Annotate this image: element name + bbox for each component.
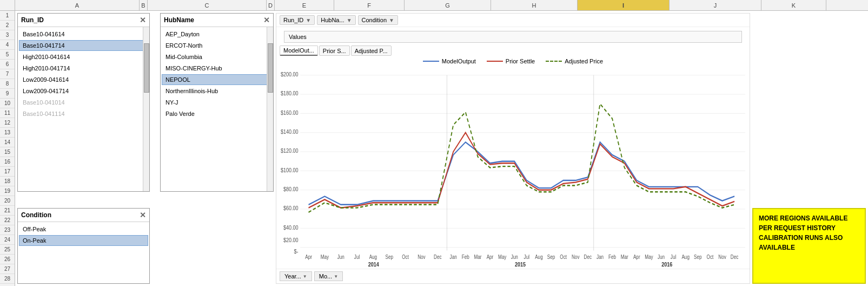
svg-text:Jul: Jul (354, 253, 360, 260)
year-dropdown[interactable]: Year... ▼ (280, 271, 312, 281)
list-item[interactable]: NY-J (162, 97, 272, 108)
legend-prior-settle-label: Prior Settle (506, 58, 535, 64)
svg-text:$120.00: $120.00 (281, 147, 299, 154)
svg-text:Aug: Aug (535, 253, 542, 260)
run-id-chip[interactable]: Run_ID ▼ (280, 15, 315, 25)
row-num-13: 13 (0, 128, 15, 138)
month-dropdown-label: Mo... (319, 273, 332, 280)
year-dropdown-label: Year... (284, 273, 301, 280)
list-item[interactable]: NEPOOL (162, 74, 272, 85)
legend-adjusted-price-label: Adjusted Price (565, 58, 603, 64)
hubname-title: HubName (164, 16, 194, 24)
svg-text:Dec: Dec (731, 253, 739, 260)
hubname-scrollbar[interactable] (267, 27, 273, 191)
svg-text:May: May (498, 253, 507, 260)
run-id-header: Run_ID ✕ (18, 14, 149, 27)
list-item[interactable]: ERCOT-North (162, 40, 272, 51)
svg-text:Nov: Nov (718, 253, 726, 260)
row-num-14: 14 (0, 138, 15, 147)
list-item[interactable]: On-Peak (19, 235, 148, 246)
condition-close-icon[interactable]: ✕ (140, 211, 146, 219)
values-bar-row: Values (276, 27, 750, 46)
svg-text:2016: 2016 (661, 261, 672, 266)
tab-prior-settle[interactable]: Prior S... (319, 46, 350, 56)
svg-text:May: May (645, 253, 653, 260)
hubname-close-icon[interactable]: ✕ (263, 16, 270, 24)
hubname-chip[interactable]: HubNa... ▼ (317, 15, 355, 25)
list-item[interactable]: NorthernIllinois-Hub (162, 86, 272, 96)
center-column: Run_ID ▼ HubNa... ▼ Condition ▼ (276, 13, 750, 284)
notice-text: MORE REGIONS AVAILABLE PER REQUEST HISTO… (759, 214, 847, 251)
corner-cell (0, 0, 15, 10)
svg-text:$40.00: $40.00 (283, 224, 299, 231)
svg-text:$100.00: $100.00 (281, 167, 299, 173)
row-num-4: 4 (0, 40, 15, 50)
chart-filter-row: Run_ID ▼ HubNa... ▼ Condition ▼ (276, 14, 750, 27)
row-num-28: 28 (0, 274, 15, 284)
svg-text:Oct: Oct (560, 253, 567, 260)
svg-text:May: May (321, 253, 329, 260)
col-header-F: F (334, 0, 405, 10)
tab-prior-settle-label: Prior S... (323, 48, 346, 54)
col-header-B: B (140, 0, 148, 10)
list-item[interactable]: Base10-041114 (19, 108, 148, 119)
row-num-8: 8 (0, 79, 15, 89)
chart-svg: $200.00 $180.00 $160.00 $140.00 $120.00 … (281, 69, 745, 266)
col-header-A: A (15, 0, 140, 10)
row-num-26: 26 (0, 255, 15, 264)
list-item[interactable]: Palo Verde (162, 108, 272, 119)
legend-adjusted-price: Adjusted Price (546, 58, 603, 64)
svg-text:Mar: Mar (474, 253, 481, 260)
svg-text:Jan: Jan (450, 253, 457, 260)
condition-chip[interactable]: Condition ▼ (358, 15, 398, 25)
hubname-list[interactable]: AEP_Dayton ERCOT-North Mid-Columbia MISO… (161, 27, 273, 191)
run-id-chip-label: Run_ID (283, 17, 303, 23)
tab-model-output[interactable]: ModelOut... (280, 46, 318, 56)
list-item[interactable]: Low2009-041714 (19, 86, 148, 96)
col-header-I: I (578, 0, 670, 10)
row-num-25: 25 (0, 245, 15, 255)
row-numbers: 1 2 3 4 5 6 7 8 9 10 11 12 13 14 15 16 1… (0, 11, 15, 286)
row-num-5: 5 (0, 50, 15, 60)
row-num-12: 12 (0, 118, 15, 128)
row-num-16: 16 (0, 157, 15, 167)
condition-list[interactable]: Off-Peak On-Peak (18, 222, 149, 283)
list-item[interactable]: Low2009-041614 (19, 74, 148, 85)
svg-text:Nov: Nov (572, 253, 580, 260)
legend-model-output: ModelOutput (423, 58, 476, 64)
list-item[interactable]: High2010-041614 (19, 51, 148, 62)
list-item[interactable]: Base10-041014 (19, 97, 148, 108)
row-num-9: 9 (0, 89, 15, 99)
col-header-G: G (405, 0, 491, 10)
tab-adjusted-price[interactable]: Adjusted P... (351, 46, 392, 56)
hubname-scrollbar-thumb (268, 43, 273, 93)
row-num-3: 3 (0, 30, 15, 40)
svg-text:$200.00: $200.00 (281, 71, 299, 77)
svg-text:Mar: Mar (621, 253, 628, 260)
column-headers: A B C D E F G H I J K (0, 0, 868, 11)
condition-panel: Condition ✕ Off-Peak On-Peak (17, 208, 150, 284)
hubname-chip-label: HubNa... (321, 17, 344, 23)
list-item[interactable]: Mid-Columbia (162, 51, 272, 62)
col-header-C: C (148, 0, 267, 10)
row-num-15: 15 (0, 147, 15, 157)
condition-header: Condition ✕ (18, 209, 149, 222)
month-dropdown[interactable]: Mo... ▼ (314, 271, 343, 281)
run-id-title: Run_ID (21, 16, 44, 24)
list-item[interactable]: Base10-041614 (19, 29, 148, 40)
row-num-24: 24 (0, 235, 15, 245)
values-label: Values (289, 34, 307, 40)
list-item[interactable]: Base10-041714 (19, 40, 148, 51)
run-id-panel: Run_ID ✕ Base10-041614 Base10-041714 Hig… (17, 13, 150, 192)
list-item[interactable]: AEP_Dayton (162, 29, 272, 40)
legend-line-red (487, 61, 503, 62)
run-id-close-icon[interactable]: ✕ (140, 16, 146, 24)
col-header-J: J (670, 0, 761, 10)
run-id-list[interactable]: Base10-041614 Base10-041714 High2010-041… (18, 27, 149, 191)
run-id-scrollbar[interactable] (143, 27, 149, 191)
list-item[interactable]: High2010-041714 (19, 63, 148, 74)
hubname-header: HubName ✕ (161, 14, 273, 27)
tab-model-output-label: ModelOut... (283, 47, 314, 54)
list-item[interactable]: MISO-CINERGY-Hub (162, 63, 272, 74)
list-item[interactable]: Off-Peak (19, 224, 148, 235)
